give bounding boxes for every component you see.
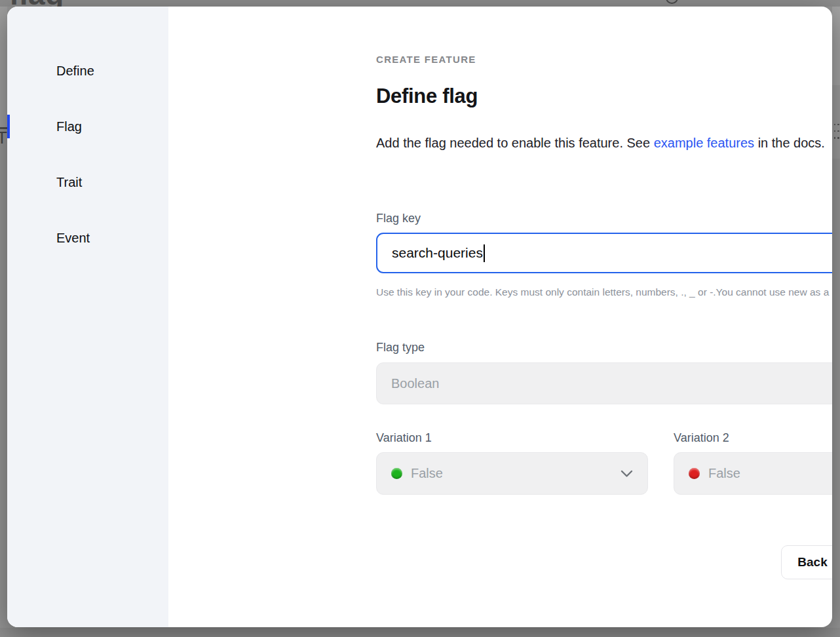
variation-2-value: False	[708, 466, 740, 481]
backdrop-left-band	[0, 7, 7, 128]
active-step-indicator	[7, 115, 10, 138]
sidebar-item-trait[interactable]: Trait	[7, 169, 168, 195]
example-features-link[interactable]: example features	[654, 136, 754, 150]
description-text: Add the flag needed to enable this featu…	[376, 131, 832, 155]
sidebar-item-define[interactable]: Define	[7, 58, 168, 84]
flag-key-input[interactable]: search-queries	[376, 233, 832, 273]
back-button[interactable]: Back	[781, 545, 832, 579]
modal-eyebrow: CREATE FEATURE	[376, 54, 476, 65]
steps-sidebar: Define Flag Trait Event	[7, 7, 168, 627]
step-label: Event	[56, 231, 90, 245]
red-status-dot-icon	[689, 468, 700, 479]
flag-type-value: Boolean	[391, 376, 439, 391]
step-label: Flag	[56, 119, 82, 134]
backdrop-right-band	[832, 85, 840, 159]
modal-content: CREATE FEATURE Define flag Add the flag …	[168, 7, 832, 627]
variation-1-label: Variation 1	[376, 431, 432, 445]
drag-handle-icon	[833, 123, 839, 140]
text-cursor	[484, 244, 485, 262]
flag-key-label: Flag key	[376, 212, 421, 225]
flag-type-select[interactable]: Boolean	[376, 362, 832, 404]
chevron-down-icon	[620, 466, 633, 481]
variation-2-label: Variation 2	[674, 431, 729, 445]
variation-1-select[interactable]: False	[376, 452, 648, 495]
flag-key-help-text: Use this key in your code. Keys must onl…	[376, 284, 832, 300]
variation-1-value: False	[411, 466, 443, 481]
description-before-link: Add the flag needed to enable this featu…	[376, 136, 654, 150]
screen: flag T Define Flag Trait Even	[0, 0, 840, 637]
flag-type-label: Flag type	[376, 341, 425, 355]
backdrop-right-band	[832, 7, 840, 85]
backdrop-bottom-strip	[0, 628, 840, 637]
backdrop-top-strip: flag	[0, 0, 840, 7]
backdrop-tab-text-fragment: T	[0, 128, 7, 148]
variation-2-select[interactable]: False	[674, 452, 832, 495]
description-after-link: in the docs.	[754, 136, 825, 150]
sidebar-item-event[interactable]: Event	[7, 225, 168, 251]
backdrop-page-title-fragment: flag	[9, 0, 64, 7]
create-feature-modal: Define Flag Trait Event CREATE FE	[7, 7, 832, 627]
step-label: Trait	[56, 175, 82, 189]
search-icon	[666, 0, 678, 4]
flag-key-value: search-queries	[392, 245, 483, 261]
page-title: Define flag	[376, 85, 478, 108]
green-status-dot-icon	[391, 468, 402, 479]
step-label: Define	[56, 64, 94, 78]
sidebar-item-flag[interactable]: Flag	[7, 113, 168, 140]
